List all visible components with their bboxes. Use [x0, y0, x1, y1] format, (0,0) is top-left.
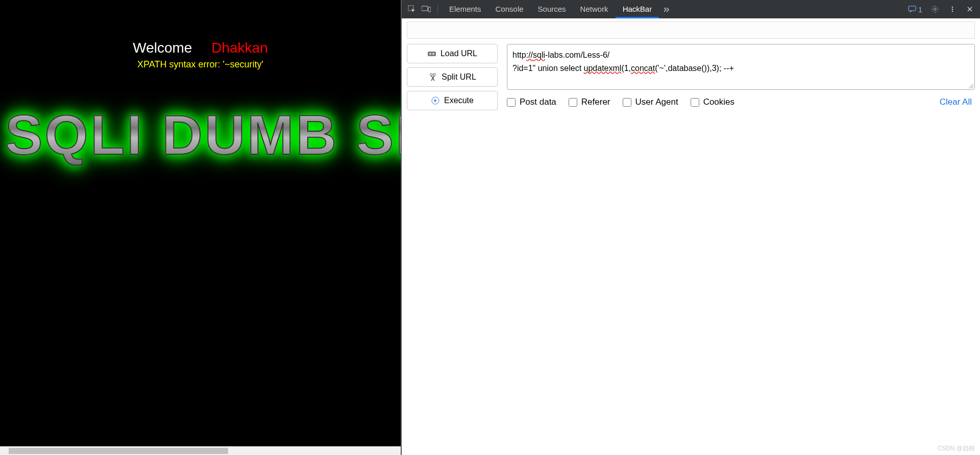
referer-input[interactable]: [569, 98, 577, 107]
svg-point-11: [430, 74, 432, 76]
more-menu-icon[interactable]: [945, 2, 960, 16]
user-agent-input[interactable]: [623, 98, 631, 107]
page-content: Welcome Dhakkan XPATH syntax error: '~se…: [0, 0, 401, 70]
tab-elements[interactable]: Elements: [442, 0, 488, 18]
hackbar-main-column: http://sqli-labs.com/Less-6/ ?id=1" unio…: [507, 44, 975, 107]
load-url-button[interactable]: Load URL: [407, 44, 498, 63]
sqli-logo-text: SQLI DUMB SERIES: [5, 102, 401, 167]
svg-rect-3: [909, 6, 916, 11]
svg-point-5: [952, 7, 953, 8]
settings-gear-icon[interactable]: [928, 2, 942, 16]
resize-grip-icon[interactable]: [967, 82, 973, 88]
separator: [437, 4, 438, 14]
cookies-checkbox[interactable]: Cookies: [691, 97, 734, 107]
tab-network[interactable]: Network: [573, 0, 616, 18]
messages-badge[interactable]: 1: [905, 5, 925, 14]
more-tabs-icon[interactable]: [659, 2, 673, 16]
split-url-label: Split URL: [442, 73, 476, 82]
horizontal-scrollbar[interactable]: [0, 446, 401, 455]
xpath-error-text: XPATH syntax error: '~security': [0, 59, 401, 70]
execute-label: Execute: [444, 96, 474, 105]
device-toggle-icon[interactable]: [419, 2, 433, 16]
svg-point-6: [952, 9, 953, 10]
mini-url-bar[interactable]: [407, 21, 975, 39]
hackbar-button-column: Load URL Split URL Execute: [407, 44, 498, 110]
watermark-text: CSDN @趋枝: [937, 444, 975, 453]
split-url-icon: [428, 73, 437, 82]
tab-console[interactable]: Console: [488, 0, 531, 18]
referer-checkbox[interactable]: Referer: [569, 97, 610, 107]
svg-point-7: [952, 11, 953, 12]
user-agent-label: User Agent: [635, 97, 678, 107]
post-data-checkbox[interactable]: Post data: [507, 97, 556, 107]
user-agent-checkbox[interactable]: User Agent: [623, 97, 678, 107]
welcome-text: Welcome: [133, 40, 192, 56]
svg-rect-8: [428, 52, 436, 56]
load-url-icon: [427, 49, 436, 58]
post-data-label: Post data: [520, 97, 556, 107]
devtools-tabbar: Elements Console Sources Network HackBar…: [402, 0, 980, 18]
inspect-element-icon[interactable]: [405, 2, 419, 16]
hackbar-option-row: Post data Referer User Agent Cookies Cle…: [507, 97, 975, 107]
url-textarea[interactable]: http://sqli-labs.com/Less-6/ ?id=1" unio…: [507, 44, 975, 90]
svg-rect-1: [422, 6, 428, 11]
clear-all-link[interactable]: Clear All: [940, 97, 972, 107]
scrollbar-thumb[interactable]: [9, 448, 228, 454]
cookies-label: Cookies: [703, 97, 734, 107]
svg-point-12: [433, 74, 435, 76]
svg-point-9: [429, 53, 431, 55]
post-data-input[interactable]: [507, 98, 516, 107]
dhakkan-name: Dhakkan: [211, 40, 268, 56]
close-devtools-icon[interactable]: [963, 2, 977, 16]
tab-sources[interactable]: Sources: [531, 0, 573, 18]
execute-button[interactable]: Execute: [407, 91, 498, 110]
svg-point-4: [934, 8, 936, 10]
message-count: 1: [918, 5, 922, 14]
split-url-button[interactable]: Split URL: [407, 67, 498, 87]
svg-rect-2: [428, 7, 431, 12]
hackbar-body: Load URL Split URL Execute http://sqli-l…: [402, 42, 980, 115]
load-url-label: Load URL: [440, 49, 477, 58]
tab-hackbar[interactable]: HackBar: [616, 0, 659, 18]
execute-icon: [431, 96, 440, 105]
cookies-input[interactable]: [691, 98, 699, 107]
svg-point-10: [432, 53, 434, 55]
welcome-line: Welcome Dhakkan: [0, 40, 401, 56]
referer-label: Referer: [581, 97, 610, 107]
message-icon: [908, 6, 916, 13]
devtools-pane: Elements Console Sources Network HackBar…: [401, 0, 980, 455]
webpage-pane: Welcome Dhakkan XPATH syntax error: '~se…: [0, 0, 401, 455]
